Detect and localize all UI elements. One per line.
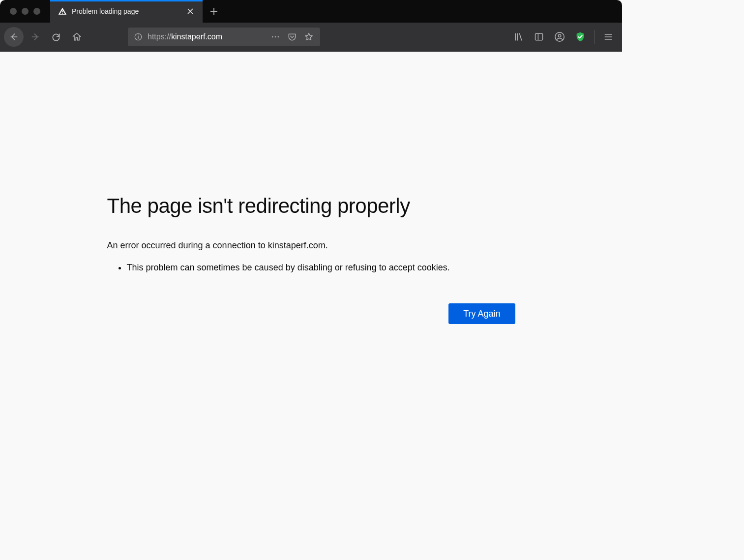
- sidebar-button[interactable]: [529, 27, 549, 47]
- svg-rect-4: [138, 35, 139, 36]
- forward-button[interactable]: [26, 27, 45, 47]
- adblock-shield-icon[interactable]: [570, 27, 590, 47]
- page-actions-menu-button[interactable]: [267, 29, 284, 45]
- close-tab-button[interactable]: [186, 7, 195, 16]
- home-button[interactable]: [67, 27, 87, 47]
- account-button[interactable]: [550, 27, 569, 47]
- zoom-window-button[interactable]: [33, 8, 40, 15]
- error-actions: Try Again: [107, 303, 515, 324]
- reload-button[interactable]: [46, 27, 66, 47]
- try-again-button[interactable]: Try Again: [448, 303, 515, 324]
- new-tab-button[interactable]: [203, 0, 225, 23]
- svg-rect-1: [62, 13, 63, 14]
- url-protocol: https://: [148, 32, 171, 41]
- toolbar-icons: [508, 27, 618, 47]
- url-bar[interactable]: https://kinstaperf.com: [128, 28, 320, 46]
- error-details-list: This problem can sometimes be caused by …: [107, 262, 515, 274]
- svg-rect-8: [536, 33, 543, 40]
- titlebar: Problem loading page: [0, 0, 622, 23]
- url-host: kinstaperf.com: [171, 32, 222, 41]
- library-button[interactable]: [508, 27, 528, 47]
- svg-point-7: [278, 36, 279, 38]
- svg-point-11: [558, 34, 561, 37]
- toolbar-divider: [594, 30, 595, 44]
- minimize-window-button[interactable]: [22, 8, 29, 15]
- error-page: The page isn't redirecting properly An e…: [107, 194, 515, 469]
- save-to-pocket-button[interactable]: [284, 29, 300, 45]
- page-content: The page isn't redirecting properly An e…: [0, 52, 622, 469]
- close-window-button[interactable]: [10, 8, 17, 15]
- site-identity-button[interactable]: [131, 29, 146, 44]
- error-title: The page isn't redirecting properly: [107, 194, 515, 218]
- page-actions: [267, 29, 317, 45]
- app-menu-button[interactable]: [598, 27, 618, 47]
- warning-icon: [58, 7, 67, 16]
- svg-rect-0: [62, 11, 63, 13]
- error-details-item: This problem can sometimes be caused by …: [127, 262, 515, 274]
- window-controls: [0, 8, 50, 15]
- error-description: An error occurred during a connection to…: [107, 240, 515, 251]
- browser-tab[interactable]: Problem loading page: [50, 0, 203, 23]
- svg-point-5: [272, 36, 273, 38]
- bookmark-star-button[interactable]: [300, 29, 317, 45]
- svg-rect-3: [138, 36, 139, 39]
- tab-title: Problem loading page: [72, 7, 181, 15]
- svg-point-6: [275, 36, 276, 38]
- url-text: https://kinstaperf.com: [148, 32, 265, 41]
- navigation-toolbar: https://kinstaperf.com: [0, 23, 622, 52]
- back-button[interactable]: [4, 27, 24, 47]
